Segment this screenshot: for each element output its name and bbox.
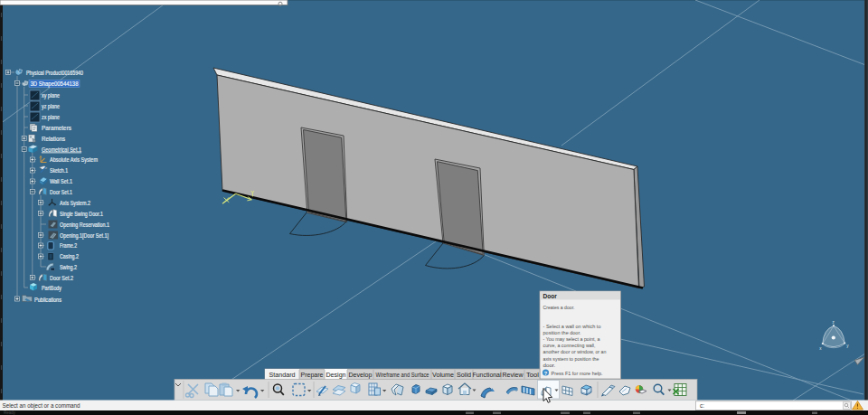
svg-text:Develop: Develop — [349, 372, 373, 379]
svg-text:Opening Reservation.1: Opening Reservation.1 — [60, 222, 109, 229]
svg-text:axis system to position the: axis system to position the — [543, 355, 599, 362]
svg-text:- You may select a point, a: - You may select a point, a — [543, 335, 600, 342]
svg-text:Publications: Publications — [34, 297, 61, 303]
svg-text:Wall Set.1: Wall Set.1 — [50, 178, 72, 184]
svg-text:position the door.: position the door. — [543, 329, 581, 335]
svg-text:Tool: Tool — [526, 372, 539, 378]
svg-text:curve, a connecting wall,: curve, a connecting wall, — [543, 342, 596, 348]
svg-text:Functional: Functional — [473, 372, 502, 378]
svg-text:Solid: Solid — [457, 372, 472, 378]
svg-text:Design: Design — [326, 372, 347, 379]
svg-text:Wireframe and Surface: Wireframe and Surface — [376, 372, 429, 378]
svg-text:3D Shape00544138: 3D Shape00544138 — [31, 80, 79, 88]
svg-text:Absolute Axis System: Absolute Axis System — [50, 156, 98, 164]
svg-text:another door or window, or an: another door or window, or an — [543, 348, 607, 354]
svg-text:Prepare: Prepare — [301, 372, 325, 379]
svg-text:Axis System.2: Axis System.2 — [60, 200, 90, 207]
svg-text:Swing.2: Swing.2 — [60, 264, 77, 271]
svg-text:zx plane: zx plane — [42, 114, 60, 121]
svg-text:PartBody: PartBody — [42, 285, 61, 292]
svg-text:Press F1 for more help.: Press F1 for more help. — [552, 370, 603, 376]
svg-text:Casing.2: Casing.2 — [60, 253, 79, 260]
svg-text:Single Swing Door.1: Single Swing Door.1 — [60, 211, 103, 218]
svg-text:xy plane: xy plane — [42, 92, 60, 99]
svg-text:c:: c: — [700, 402, 704, 409]
svg-text:door.: door. — [543, 362, 556, 368]
svg-text:Parameters: Parameters — [42, 125, 72, 131]
svg-text:Physical Product00165940: Physical Product00165940 — [26, 70, 83, 77]
svg-text:Select an object or a command: Select an object or a command — [3, 402, 80, 410]
svg-text:yz plane: yz plane — [42, 103, 60, 110]
svg-text:Ready: Ready — [4, 410, 16, 415]
svg-text:Door Set.1: Door Set.1 — [50, 189, 72, 195]
svg-text:Frame.2: Frame.2 — [60, 242, 77, 249]
svg-text:Review: Review — [503, 372, 524, 378]
svg-text:Sketch.1: Sketch.1 — [50, 167, 68, 174]
svg-text:Creates a door.: Creates a door. — [543, 304, 575, 310]
svg-text:Standard: Standard — [269, 372, 297, 378]
svg-text:?: ? — [544, 371, 548, 376]
svg-text:Door: Door — [543, 293, 558, 299]
svg-text:Relations: Relations — [42, 136, 65, 142]
svg-text:- Select a wall on which to: - Select a wall on which to — [543, 323, 601, 329]
svg-text:Opening.1[Door Set.1]: Opening.1[Door Set.1] — [60, 232, 108, 240]
svg-text:Geometrical Set.1: Geometrical Set.1 — [42, 146, 81, 153]
svg-text:Volume: Volume — [432, 372, 455, 378]
svg-text:Door Set.2: Door Set.2 — [50, 275, 73, 281]
